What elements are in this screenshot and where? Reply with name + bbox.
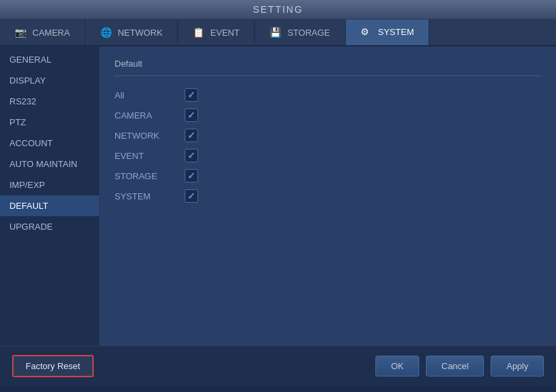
tab-network-label: NETWORK (118, 28, 162, 38)
option-label-storage: STORAGE (115, 171, 175, 181)
checkbox-event[interactable] (185, 149, 198, 162)
sidebar-item-auto-maintain[interactable]: AUTO MAINTAIN (0, 154, 99, 174)
ok-button[interactable]: OK (375, 356, 419, 377)
sidebar-item-imp-exp[interactable]: IMP/EXP (0, 174, 99, 195)
tab-event-label: EVENT (210, 28, 239, 38)
checkbox-storage[interactable] (185, 169, 198, 183)
tab-event[interactable]: EVENT (178, 20, 255, 45)
tab-storage-label: STORAGE (287, 28, 330, 38)
option-row-storage: STORAGE (115, 169, 541, 183)
option-row-camera: CAMERA (115, 108, 541, 122)
option-label-camera: CAMERA (115, 110, 175, 121)
option-label-all: All (115, 90, 175, 100)
bottom-bar: Factory Reset OK Cancel Apply (0, 346, 556, 386)
option-label-event: EVENT (115, 151, 175, 161)
title-label: SETTING (253, 4, 303, 15)
title-bar: SETTING (0, 0, 556, 20)
checkbox-camera[interactable] (185, 108, 198, 122)
sidebar-item-general[interactable]: GENERAL (0, 49, 99, 70)
sidebar-item-default[interactable]: DEFAULT (0, 195, 99, 216)
sidebar-item-rs232[interactable]: RS232 (0, 91, 99, 112)
divider (115, 75, 541, 76)
tab-system[interactable]: SYSTEM (346, 20, 429, 45)
option-row-all: All (115, 88, 541, 102)
camera-icon (15, 27, 28, 38)
checkbox-network[interactable] (185, 129, 198, 142)
event-icon (193, 27, 206, 38)
checkbox-system[interactable] (185, 189, 198, 203)
sidebar-item-display[interactable]: DISPLAY (0, 70, 99, 91)
option-row-system: SYSTEM (115, 189, 541, 203)
option-label-network: NETWORK (115, 131, 175, 141)
network-icon (100, 27, 114, 38)
factory-reset-button[interactable]: Factory Reset (12, 355, 94, 377)
cancel-button[interactable]: Cancel (426, 356, 484, 377)
main-area: GENERAL DISPLAY RS232 PTZ ACCOUNT AUTO M… (0, 46, 556, 346)
option-row-event: EVENT (115, 149, 541, 162)
tab-network[interactable]: NETWORK (86, 20, 178, 45)
content-area: Default All CAMERA NETWORK EVENT STORAGE… (100, 46, 556, 346)
sidebar-item-ptz[interactable]: PTZ (0, 112, 99, 133)
system-icon (361, 26, 374, 37)
apply-button[interactable]: Apply (491, 356, 544, 377)
sidebar-item-upgrade[interactable]: UPGRADE (0, 216, 99, 237)
checkbox-all[interactable] (185, 88, 198, 102)
tab-camera[interactable]: CAMERA (0, 20, 86, 45)
sidebar-item-account[interactable]: ACCOUNT (0, 133, 99, 154)
storage-icon (270, 27, 283, 38)
section-label: Default (115, 59, 541, 69)
option-label-system: SYSTEM (115, 191, 175, 201)
tab-storage[interactable]: STORAGE (255, 20, 345, 45)
tab-bar: CAMERA NETWORK EVENT STORAGE SYSTEM (0, 20, 556, 46)
option-row-network: NETWORK (115, 129, 541, 142)
tab-camera-label: CAMERA (32, 28, 70, 38)
tab-system-label: SYSTEM (378, 27, 414, 37)
sidebar: GENERAL DISPLAY RS232 PTZ ACCOUNT AUTO M… (0, 46, 100, 346)
